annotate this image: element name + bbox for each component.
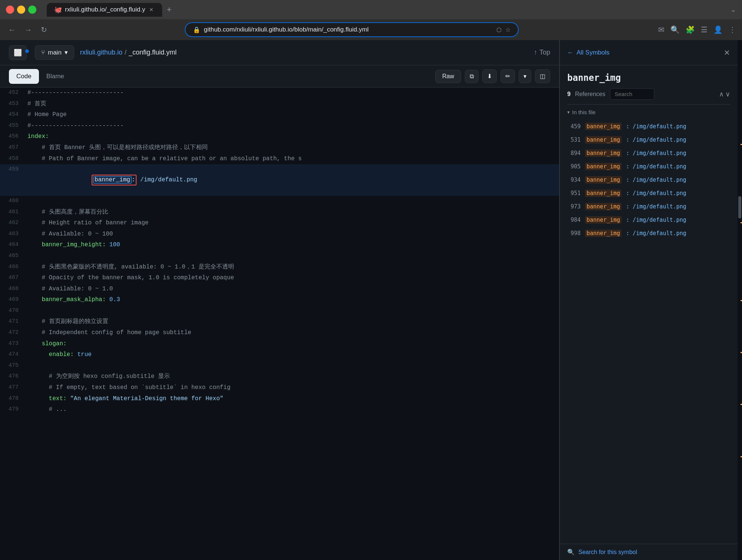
minimap-scrollbar[interactable] — [738, 40, 742, 560]
search-refs-input[interactable] — [610, 88, 654, 100]
more-options-button[interactable]: ▾ — [519, 69, 531, 83]
back-button[interactable]: ← — [6, 23, 18, 36]
line-number[interactable]: 462 — [0, 218, 26, 229]
branch-selector[interactable]: ⑂ main ▾ — [35, 45, 74, 60]
code-token: 0.3 — [106, 296, 120, 303]
line-number[interactable]: 459 — [0, 164, 26, 196]
edit-button[interactable]: ✏ — [500, 69, 515, 83]
close-symbols-panel-button[interactable]: ✕ — [724, 48, 730, 57]
avatar-btn[interactable]: 👤 — [713, 25, 723, 34]
all-symbols-link[interactable]: ← All Symbols — [567, 49, 610, 56]
line-number[interactable]: 456 — [0, 131, 26, 142]
line-number[interactable]: 465 — [0, 251, 26, 262]
email-icon-btn[interactable]: ✉ — [658, 25, 664, 34]
line-number[interactable]: 479 — [0, 404, 26, 415]
line-code — [26, 360, 559, 372]
breadcrumb: rxliuli.github.io / _config.fluid.yml — [80, 49, 177, 56]
line-number[interactable]: 476 — [0, 371, 26, 382]
top-button[interactable]: ↑ Top — [534, 49, 550, 56]
line-number[interactable]: 467 — [0, 273, 26, 284]
line-number[interactable]: 469 — [0, 294, 26, 306]
tab-code[interactable]: Code — [9, 69, 39, 84]
table-row: 479 # ... — [0, 404, 559, 415]
tab-close-button[interactable]: ✕ — [148, 6, 155, 13]
code-token: # Home Page — [27, 111, 67, 118]
line-number[interactable]: 455 — [0, 121, 26, 132]
line-number[interactable]: 458 — [0, 154, 26, 165]
search-icon-btn[interactable]: 🔍 — [670, 25, 680, 34]
line-number[interactable]: 473 — [0, 339, 26, 350]
collapse-down-button[interactable]: ∨ — [725, 90, 730, 98]
search-symbol-footer[interactable]: 🔍 Search for this symbol — [560, 544, 738, 560]
list-item[interactable]: 973 banner_img : /img/default.png — [560, 200, 738, 213]
list-item[interactable]: 531 banner_img : /img/default.png — [560, 133, 738, 146]
ref-symbol-value: : /img/default.png — [626, 163, 686, 170]
new-tab-button[interactable]: + — [164, 3, 174, 16]
tab-blame[interactable]: Blame — [39, 69, 72, 84]
list-item[interactable]: 998 banner_img : /img/default.png — [560, 227, 738, 240]
table-row: 476 # 为空则按 hexo config.subtitle 显示 — [0, 371, 559, 382]
table-row: 465 — [0, 251, 559, 262]
code-token: # Independent config of home page subtit… — [27, 329, 191, 336]
line-number[interactable]: 453 — [0, 99, 26, 110]
line-code: # 为空则按 hexo config.subtitle 显示 — [26, 371, 559, 382]
code-token: : — [132, 177, 135, 183]
ref-line-number: 984 — [567, 217, 581, 223]
list-item[interactable]: 894 banner_img : /img/default.png — [560, 146, 738, 160]
search-footer-icon: 🔍 — [567, 549, 575, 556]
extensions-icon-btn[interactable]: 🧩 — [686, 25, 695, 34]
code-area[interactable]: 452 #-------------------------- 453 # 首页… — [0, 88, 559, 560]
line-code — [26, 196, 559, 207]
line-code: banner_mask_alpha: 0.3 — [26, 294, 559, 306]
line-number[interactable]: 478 — [0, 393, 26, 405]
browser-toolbar: ← → ↻ 🔒 ⬡ ☆ ✉ 🔍 🧩 ☰ 👤 ⋮ — [0, 19, 742, 40]
line-code: banner_img_height: 100 — [26, 240, 559, 251]
line-number[interactable]: 472 — [0, 327, 26, 339]
line-number[interactable]: 470 — [0, 306, 26, 317]
line-number[interactable]: 466 — [0, 262, 26, 273]
active-tab[interactable]: 🐙 rxliuli.github.io/_config.fluid.y ✕ — [47, 3, 162, 17]
table-row: 475 — [0, 360, 559, 372]
list-item[interactable]: 459 banner_img : /img/default.png — [560, 120, 738, 133]
list-item[interactable]: 984 banner_img : /img/default.png — [560, 213, 738, 227]
line-number[interactable]: 464 — [0, 240, 26, 251]
line-number[interactable]: 463 — [0, 229, 26, 240]
sidebar-icon-btn[interactable]: ☰ — [701, 25, 707, 34]
menu-btn[interactable]: ⋮ — [729, 25, 736, 34]
line-number[interactable]: 460 — [0, 196, 26, 207]
list-item[interactable]: 934 banner_img : /img/default.png — [560, 173, 738, 187]
line-number[interactable]: 461 — [0, 207, 26, 218]
maximize-window-button[interactable] — [28, 6, 36, 14]
code-token: # 头图黑色蒙版的不透明度, available: 0 ~ 1.0，1 是完全不… — [27, 264, 234, 270]
raw-button[interactable]: Raw — [435, 70, 461, 83]
close-window-button[interactable] — [6, 6, 14, 14]
list-item[interactable]: 951 banner_img : /img/default.png — [560, 187, 738, 200]
symbol-reference-list[interactable]: 459 banner_img : /img/default.png 531 ba… — [560, 118, 738, 544]
collapse-up-button[interactable]: ∧ — [719, 90, 724, 98]
address-bar[interactable]: 🔒 ⬡ ☆ — [185, 22, 519, 37]
repo-link[interactable]: rxliuli.github.io — [80, 49, 122, 56]
line-code: enable: true — [26, 349, 559, 360]
line-number[interactable]: 475 — [0, 360, 26, 372]
line-number[interactable]: 468 — [0, 284, 26, 295]
line-number[interactable]: 457 — [0, 142, 26, 154]
line-number[interactable]: 454 — [0, 109, 26, 121]
repo-icon-button[interactable]: ⬜ — [9, 45, 27, 60]
ref-symbol-name: banner_img — [585, 230, 621, 237]
top-label: Top — [539, 49, 550, 56]
symbols-button[interactable]: ◫ — [535, 69, 550, 83]
list-item[interactable]: 905 banner_img : /img/default.png — [560, 160, 738, 173]
download-button[interactable]: ⬇ — [482, 69, 497, 83]
browser-dropdown-button[interactable]: ⌄ — [730, 6, 736, 14]
url-input[interactable] — [204, 26, 493, 33]
reload-button[interactable]: ↻ — [39, 23, 49, 36]
line-number[interactable]: 474 — [0, 349, 26, 360]
line-number[interactable]: 471 — [0, 316, 26, 327]
copy-button[interactable]: ⧉ — [465, 70, 479, 83]
code-table: 452 #-------------------------- 453 # 首页… — [0, 88, 559, 415]
line-number[interactable]: 477 — [0, 382, 26, 393]
ref-symbol-name: banner_img — [585, 203, 621, 210]
forward-button[interactable]: → — [22, 23, 34, 36]
minimize-window-button[interactable] — [17, 6, 25, 14]
line-number[interactable]: 452 — [0, 88, 26, 99]
